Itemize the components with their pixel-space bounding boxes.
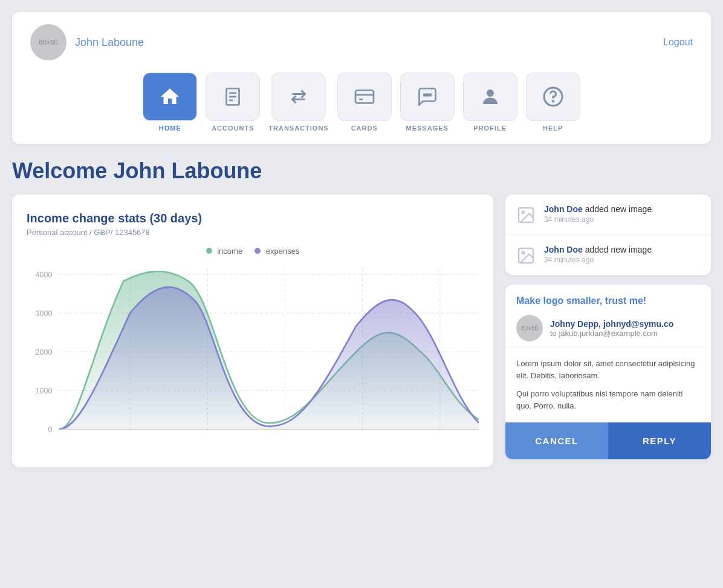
user-info: 80×80 John Laboune: [30, 24, 144, 60]
home-icon-box: [143, 73, 197, 121]
sidebar-item-profile[interactable]: PROFILE: [463, 73, 517, 132]
svg-point-9: [424, 94, 426, 96]
email-body-p2: Qui porro voluptatibus nisi tempore nam …: [516, 388, 700, 412]
transactions-label: TRANSACTIONS: [268, 124, 328, 132]
home-label: HOME: [159, 124, 181, 132]
notif-2-action: added new image: [583, 245, 652, 254]
email-actions: CANCEL REPLY: [505, 422, 711, 459]
profile-icon-box: [463, 73, 517, 121]
sidebar-item-home[interactable]: HOME: [143, 73, 197, 132]
svg-point-14: [553, 101, 554, 102]
notifications-card: John Doe added new image 34 minutes ago …: [505, 195, 711, 275]
image-icon-1: [516, 205, 536, 225]
cards-icon: [354, 86, 375, 108]
svg-point-11: [429, 94, 431, 96]
email-avatar: 80×80: [516, 315, 543, 341]
chart-card: Income change stats (30 days) Personal a…: [12, 195, 493, 467]
sidebar-item-transactions[interactable]: TRANSACTIONS: [268, 73, 328, 132]
navigation-bar: HOME ACCOUNTS: [30, 73, 693, 132]
accounts-icon: [222, 86, 244, 108]
area-chart: 4000 3000 2000 1000 0: [27, 262, 479, 455]
chart-account: Personal account: [27, 228, 87, 237]
email-card: Make logo smaller, trust me! 80×80 Johny…: [505, 285, 711, 459]
main-layout: Income change stats (30 days) Personal a…: [12, 195, 711, 467]
svg-point-12: [487, 89, 494, 97]
avatar: 80×80: [30, 24, 66, 60]
svg-text:4000: 4000: [35, 270, 52, 279]
transactions-icon: [288, 86, 310, 108]
chart-subtitle: Personal account / GBP/ 12345678: [27, 228, 479, 237]
svg-text:3000: 3000: [35, 309, 52, 318]
notif-2-time: 34 minutes ago: [544, 256, 652, 264]
help-icon-box: [526, 73, 580, 121]
sidebar-item-cards[interactable]: CARDS: [337, 73, 392, 132]
cancel-button[interactable]: CANCEL: [505, 422, 608, 459]
profile-icon: [479, 86, 501, 108]
notif-1-user: John Doe: [544, 204, 583, 214]
sidebar-item-messages[interactable]: MESSAGES: [400, 73, 455, 132]
chart-currency: / GBP/ 12345678: [87, 228, 149, 237]
help-label: HELP: [543, 124, 563, 132]
cards-label: CARDS: [351, 124, 378, 132]
messages-icon: [417, 86, 438, 108]
email-body-p1: Lorem ipsum dolor sit, amet consectetur …: [516, 358, 700, 382]
sidebar-item-accounts[interactable]: ACCOUNTS: [206, 73, 260, 132]
accounts-label: ACCOUNTS: [212, 124, 254, 132]
svg-text:2000: 2000: [35, 347, 52, 357]
email-body: Lorem ipsum dolor sit, amet consectetur …: [505, 348, 711, 422]
header-card: 80×80 John Laboune Logout HOME: [12, 12, 711, 144]
profile-label: PROFILE: [473, 124, 507, 132]
home-icon: [159, 86, 181, 108]
notif-1-action: added new image: [583, 204, 652, 214]
notif-2-user: John Doe: [544, 245, 583, 254]
svg-text:1000: 1000: [35, 386, 52, 395]
logout-button[interactable]: Logout: [663, 37, 693, 48]
svg-rect-6: [355, 91, 374, 103]
email-sender-row: 80×80 Johny Depp, johnyd@symu.co to jaku…: [516, 315, 700, 341]
chart-legend: income expenses: [27, 247, 479, 256]
legend-expenses: expenses: [255, 247, 299, 256]
welcome-title: Welcome John Laboune: [12, 158, 711, 184]
email-sender-name: Johny Depp, johnyd@symu.co: [550, 319, 673, 329]
svg-text:0: 0: [48, 425, 53, 434]
user-name: John Laboune: [75, 36, 144, 49]
sidebar-item-help[interactable]: HELP: [526, 73, 580, 132]
email-header: Make logo smaller, trust me! 80×80 Johny…: [505, 285, 711, 348]
messages-label: MESSAGES: [406, 124, 449, 132]
notif-1-time: 34 minutes ago: [544, 215, 652, 224]
header-top: 80×80 John Laboune Logout: [30, 24, 693, 60]
svg-point-32: [522, 211, 524, 213]
chart-title: Income change stats (30 days): [27, 212, 479, 225]
messages-icon-box: [400, 73, 455, 121]
income-dot: [206, 248, 212, 254]
cards-icon-box: [337, 73, 392, 121]
notification-item-1: John Doe added new image 34 minutes ago: [505, 195, 711, 235]
legend-income: income: [206, 247, 243, 256]
email-subject: Make logo smaller, trust me!: [516, 296, 700, 306]
notification-item-2: John Doe added new image 34 minutes ago: [505, 235, 711, 275]
transactions-icon-box: [271, 73, 326, 121]
email-sender-addr: to jakub.jurkian@example.com: [550, 329, 673, 338]
svg-point-34: [522, 251, 524, 254]
help-icon: [542, 86, 564, 108]
expenses-dot: [255, 248, 261, 254]
image-icon-2: [516, 246, 536, 265]
reply-button[interactable]: REPLY: [608, 422, 711, 459]
accounts-icon-box: [206, 73, 260, 121]
chart-container: 4000 3000 2000 1000 0: [27, 262, 479, 455]
right-panel: John Doe added new image 34 minutes ago …: [505, 195, 711, 459]
svg-point-10: [426, 94, 428, 96]
